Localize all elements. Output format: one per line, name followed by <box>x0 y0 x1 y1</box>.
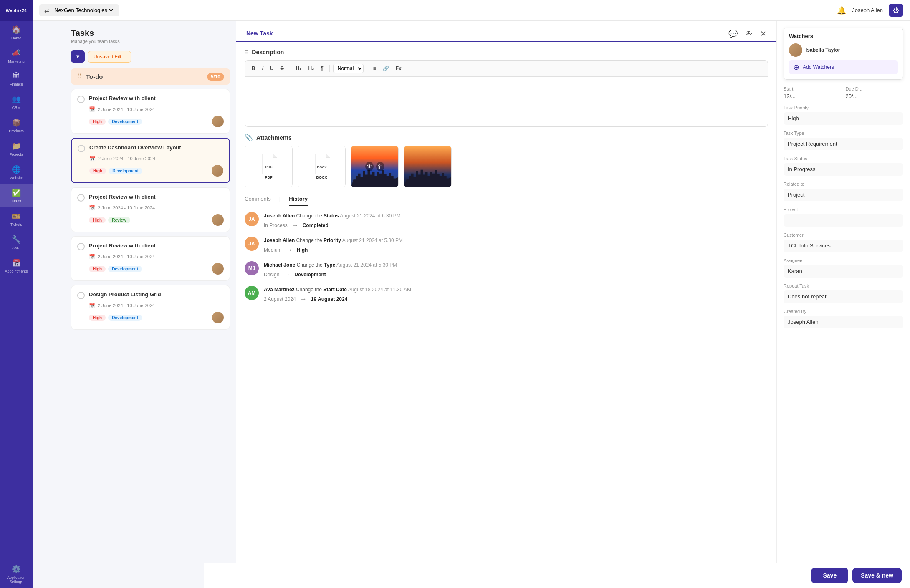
close-button[interactable]: ✕ <box>758 28 768 40</box>
task-checkbox[interactable] <box>77 96 85 103</box>
task-status-value[interactable]: In Progress <box>784 163 903 176</box>
sidebar-item-finance[interactable]: 🏛 Finance <box>0 68 33 91</box>
task-status-label: Task Status <box>784 156 903 161</box>
preview-button[interactable]: 👁 <box>743 28 754 40</box>
watchers-dropdown: Watchers Isabella Taylor ⊕ Add Watchers <box>784 28 903 80</box>
history-tab[interactable]: History <box>289 196 308 206</box>
project-value[interactable] <box>784 214 903 227</box>
comments-tab[interactable]: Comments <box>245 196 271 206</box>
history-content: Joseph Allen Change the Status August 21… <box>264 212 768 229</box>
due-value: 20/... <box>846 93 904 99</box>
new-task-tab[interactable]: New Task <box>245 27 275 42</box>
company-dropdown[interactable]: NexGen Technologies <box>53 7 114 14</box>
task-date: 2 June 2024 - 10 June 2024 <box>98 107 155 112</box>
filter-button[interactable]: ▼ <box>71 50 85 63</box>
watcher-name: Isabella Taylor <box>806 47 840 53</box>
task-card[interactable]: Design Product Listing Grid 📅 2 June 202… <box>71 285 230 330</box>
description-icon: ≡ <box>245 48 248 56</box>
sidebar-item-marketing[interactable]: 📣 Marketing <box>0 44 33 68</box>
align-button[interactable]: ≡ <box>371 64 379 73</box>
assignee-label: Assignee <box>784 258 903 263</box>
sidebar-item-tickets[interactable]: 🎫 Tickets <box>0 207 33 231</box>
underline-button[interactable]: U <box>268 64 276 73</box>
task-checkbox[interactable] <box>77 243 85 250</box>
attachment-image-2[interactable] <box>404 146 452 187</box>
sidebar-item-products[interactable]: 📦 Products <box>0 114 33 137</box>
attachment-docx[interactable]: DOCX DOCX <box>298 146 346 187</box>
task-avatar <box>212 165 223 177</box>
task-date-row: 📅 2 June 2024 - 10 June 2024 <box>89 205 224 211</box>
add-watcher-button[interactable]: ⊕ Add Watchers <box>789 60 898 74</box>
project-label: Project <box>784 207 903 212</box>
attachment-pdf[interactable]: PDF PDF <box>245 146 293 187</box>
task-checkbox[interactable] <box>78 145 85 152</box>
history-avatar: JA <box>245 237 259 251</box>
history-time: August 21 2024 at 6.30 PM <box>340 213 400 219</box>
h2-button[interactable]: H₂ <box>306 64 316 73</box>
comment-button[interactable]: 💬 <box>727 28 739 40</box>
paragraph-button[interactable]: ¶ <box>318 64 326 73</box>
sidebar-item-crm[interactable]: 👥 CRM <box>0 91 33 114</box>
sidebar-item-projects[interactable]: 📁 Projects <box>0 137 33 161</box>
created-by-label: Created By <box>784 309 903 314</box>
watcher-avatar <box>789 43 802 57</box>
related-to-value[interactable]: Project <box>784 189 903 201</box>
task-card[interactable]: Create Dashboard Overview Layout 📅 2 Jun… <box>71 138 230 183</box>
sidebar-item-settings[interactable]: ⚙️ Application Settings <box>0 560 33 588</box>
power-button[interactable]: ⏻ <box>889 4 903 17</box>
editor-body[interactable] <box>245 77 768 127</box>
task-card[interactable]: Project Review with client 📅 2 June 2024… <box>71 187 230 232</box>
sidebar-item-tasks[interactable]: ✅ Tasks <box>0 184 33 207</box>
history-user: Michael Jone <box>264 262 295 268</box>
assignee-value[interactable]: Karan <box>784 265 903 278</box>
h1-button[interactable]: H₁ <box>293 64 304 73</box>
task-checkbox[interactable] <box>77 194 85 202</box>
task-card-top: Design Product Listing Grid <box>77 291 224 299</box>
history-field: Priority <box>324 237 341 243</box>
created-by-value: Joseph Allen <box>784 316 903 328</box>
notification-bell[interactable]: 🔔 <box>837 6 846 15</box>
related-to-field: Related to Project <box>784 182 903 201</box>
history-user: Joseph Allen <box>264 213 295 219</box>
task-card[interactable]: Project Review with client 📅 2 June 2024… <box>71 89 230 134</box>
sidebar-item-label: AMC <box>12 246 20 250</box>
task-card[interactable]: Project Review with client 📅 2 June 2024… <box>71 236 230 281</box>
italic-button[interactable]: I <box>260 64 266 73</box>
home-icon: 🏠 <box>12 25 21 34</box>
history-from: Design <box>264 272 279 278</box>
task-date-row: 📅 2 June 2024 - 10 June 2024 <box>89 254 224 260</box>
link-button[interactable]: 🔗 <box>380 64 392 73</box>
related-to-label: Related to <box>784 182 903 187</box>
attachment-image-1[interactable]: 👁 🗑 <box>351 146 399 187</box>
customer-value[interactable]: TCL Info Services <box>784 240 903 252</box>
repeat-task-value[interactable]: Does not repeat <box>784 290 903 303</box>
task-badges-left: High Development <box>89 168 142 174</box>
sidebar-item-appointments[interactable]: 📅 Appointments <box>0 254 33 278</box>
svg-text:PDF: PDF <box>265 165 273 169</box>
right-panel: Watchers Isabella Taylor ⊕ Add Watchers … <box>776 21 910 588</box>
text-style-dropdown[interactable]: Normal <box>333 64 364 73</box>
image-overlay: 👁 🗑 <box>365 162 384 171</box>
calendar-icon: 📅 <box>89 254 95 260</box>
arrow-icon: → <box>300 295 307 303</box>
sidebar-item-website[interactable]: 🌐 Website <box>0 161 33 184</box>
task-checkbox[interactable] <box>77 292 85 299</box>
column-header: ⠿ To-do 5/10 <box>71 68 230 85</box>
clear-format-button[interactable]: Fx <box>393 64 404 73</box>
filter-icon: ▼ <box>75 53 81 60</box>
calendar-icon: 📅 <box>89 156 96 162</box>
project-field: Project <box>784 207 903 227</box>
task-priority-value[interactable]: High <box>784 112 903 125</box>
editor-toolbar: B I U S H₁ H₂ ¶ Normal ≡ 🔗 Fx <box>245 60 768 77</box>
unsaved-filter-button[interactable]: Unsaved Filt... <box>88 51 131 63</box>
appointments-icon: 📅 <box>12 258 21 268</box>
task-type-value[interactable]: Project Requirement <box>784 138 903 150</box>
history-content: Joseph Allen Change the Priority August … <box>264 237 768 254</box>
sidebar-item-amc[interactable]: 🔧 AMC <box>0 231 33 254</box>
sidebar-item-home[interactable]: 🏠 Home <box>0 21 33 44</box>
strikethrough-button[interactable]: S <box>278 64 286 73</box>
bold-button[interactable]: B <box>249 64 258 73</box>
company-selector[interactable]: ⇄ NexGen Technologies <box>39 4 119 16</box>
tab-divider: | <box>279 196 281 206</box>
history-field: Start Date <box>323 287 347 293</box>
